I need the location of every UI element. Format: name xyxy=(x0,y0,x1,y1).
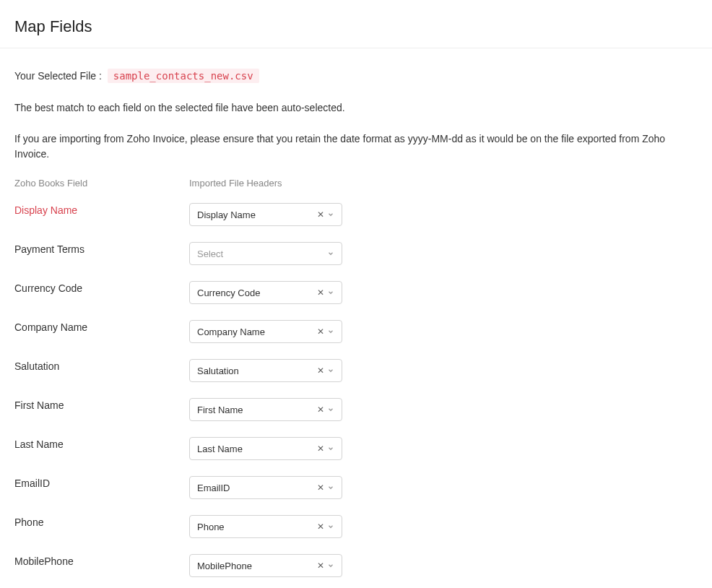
header-select[interactable]: Select xyxy=(189,242,342,265)
field-label: Company Name xyxy=(14,320,189,333)
field-label: Payment Terms xyxy=(14,242,189,255)
field-row: Payment TermsSelect xyxy=(14,242,698,265)
chevron-down-icon xyxy=(327,289,334,296)
header-select[interactable]: Company Name✕ xyxy=(189,320,342,343)
clear-icon[interactable]: ✕ xyxy=(317,288,324,297)
select-value: Company Name xyxy=(197,327,265,337)
page-header: Map Fields xyxy=(0,0,712,48)
header-select[interactable]: EmailID✕ xyxy=(189,476,342,499)
content-area: Your Selected File : sample_contacts_new… xyxy=(0,48,712,588)
header-select[interactable]: First Name✕ xyxy=(189,398,342,421)
clear-icon[interactable]: ✕ xyxy=(317,522,324,531)
clear-icon[interactable]: ✕ xyxy=(317,210,324,219)
selected-file-label: Your Selected File : xyxy=(14,70,102,82)
select-value: Phone xyxy=(197,522,225,532)
header-select[interactable]: Last Name✕ xyxy=(189,437,342,460)
selected-file-line: Your Selected File : sample_contacts_new… xyxy=(14,69,698,83)
field-label: First Name xyxy=(14,398,189,411)
chevron-down-icon xyxy=(327,211,334,218)
clear-icon[interactable]: ✕ xyxy=(317,483,324,492)
selected-file-name: sample_contacts_new.csv xyxy=(108,69,259,83)
select-value: Currency Code xyxy=(197,287,260,298)
field-row: Currency CodeCurrency Code✕ xyxy=(14,281,698,304)
field-label: MobilePhone xyxy=(14,554,189,567)
clear-icon[interactable]: ✕ xyxy=(317,444,324,453)
clear-icon[interactable]: ✕ xyxy=(317,366,324,375)
field-row: SalutationSalutation✕ xyxy=(14,359,698,382)
select-value: Select xyxy=(197,248,223,259)
chevron-down-icon xyxy=(327,562,334,569)
header-select[interactable]: MobilePhone✕ xyxy=(189,554,342,577)
clear-icon[interactable]: ✕ xyxy=(317,405,324,414)
select-value: EmailID xyxy=(197,483,230,493)
header-select[interactable]: Phone✕ xyxy=(189,515,342,538)
header-select[interactable]: Salutation✕ xyxy=(189,359,342,382)
field-label: Last Name xyxy=(14,437,189,450)
field-row: PhonePhone✕ xyxy=(14,515,698,538)
info-text-dateformat: If you are importing from Zoho Invoice, … xyxy=(14,131,698,162)
select-value: Salutation xyxy=(197,366,239,376)
chevron-down-icon xyxy=(327,523,334,530)
field-row: Last NameLast Name✕ xyxy=(14,437,698,460)
chevron-down-icon xyxy=(327,406,334,413)
field-label: Phone xyxy=(14,515,189,528)
field-label: Salutation xyxy=(14,359,189,372)
chevron-down-icon xyxy=(327,367,334,374)
field-label: EmailID xyxy=(14,476,189,489)
chevron-down-icon xyxy=(327,328,334,335)
field-row: First NameFirst Name✕ xyxy=(14,398,698,421)
select-value: First Name xyxy=(197,405,243,415)
column-header-zoho-field: Zoho Books Field xyxy=(14,178,189,189)
field-row: Display NameDisplay Name✕ xyxy=(14,203,698,226)
page-title: Map Fields xyxy=(14,17,698,36)
mapping-fields-list: Display NameDisplay Name✕Payment TermsSe… xyxy=(14,203,698,588)
select-value: MobilePhone xyxy=(197,561,252,571)
column-header-imported-headers: Imported File Headers xyxy=(189,178,698,189)
clear-icon[interactable]: ✕ xyxy=(317,327,324,336)
header-select[interactable]: Display Name✕ xyxy=(189,203,342,226)
select-value: Display Name xyxy=(197,209,256,220)
field-label: Currency Code xyxy=(14,281,189,294)
chevron-down-icon xyxy=(327,250,334,257)
field-row: MobilePhoneMobilePhone✕ xyxy=(14,554,698,577)
header-select[interactable]: Currency Code✕ xyxy=(189,281,342,304)
field-row: EmailIDEmailID✕ xyxy=(14,476,698,499)
info-text-automatch: The best match to each field on the sele… xyxy=(14,100,698,116)
chevron-down-icon xyxy=(327,445,334,452)
select-value: Last Name xyxy=(197,444,243,454)
chevron-down-icon xyxy=(327,484,334,491)
field-label: Display Name xyxy=(14,203,189,216)
clear-icon[interactable]: ✕ xyxy=(317,561,324,570)
mapping-table-header: Zoho Books Field Imported File Headers xyxy=(14,178,698,189)
field-row: Company NameCompany Name✕ xyxy=(14,320,698,343)
